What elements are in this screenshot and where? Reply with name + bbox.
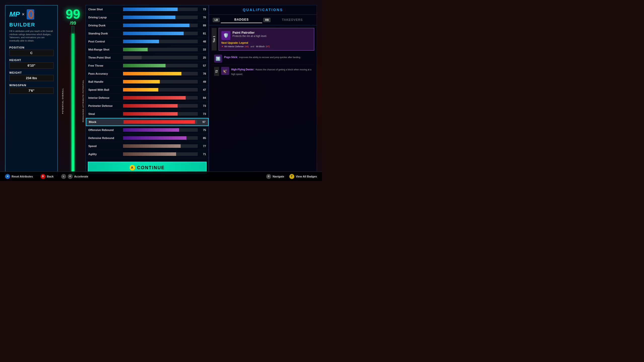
attr-row[interactable]: Post Control48: [86, 37, 209, 46]
attr-row[interactable]: Speed With Ball47: [86, 86, 209, 94]
vertical-bar-track: [71, 26, 74, 176]
attr-bar-track: [123, 144, 198, 148]
right-panel: QUALIFICATIONS LB BADGES RB TAKEOVERS Ti…: [209, 5, 317, 176]
weight-block: WEIGHT 234 lbs: [9, 71, 54, 81]
tab-takeovers[interactable]: TAKEOVERS: [272, 17, 313, 23]
navigate-button: ®: [266, 174, 271, 179]
attr-row[interactable]: Driving Dunk89: [86, 21, 209, 29]
attr-bar-track: [123, 72, 198, 75]
attr-row[interactable]: Ball Handle49: [86, 78, 209, 86]
potential-overall-label: POTENTIAL OVERALL: [62, 88, 64, 114]
attr-row[interactable]: Standing Dunk81: [86, 29, 209, 37]
tier1-label: Tier 1: [212, 28, 217, 51]
x-button: ✕: [5, 174, 10, 179]
attr-bar-track: [123, 88, 198, 92]
attr-bar-fill: [123, 144, 181, 148]
attr-bar-track: [123, 16, 198, 19]
overall-number: 99: [66, 8, 80, 21]
attr-row[interactable]: Driving Layup70: [86, 13, 209, 21]
attr-bar-track: [123, 152, 198, 156]
attr-row[interactable]: Offensive Rebound75: [86, 126, 209, 134]
attr-value: 84: [200, 96, 206, 99]
builder-title: BUILDER: [9, 22, 54, 28]
attr-bar-track: [123, 96, 198, 100]
r-button: R: [68, 174, 73, 179]
position-value: C: [9, 50, 54, 56]
attr-bar-fill: [123, 40, 159, 43]
attr-value: 57: [200, 64, 206, 67]
attr-row[interactable]: Defensive Rebound85: [86, 134, 209, 142]
attr-bar-fill: [123, 112, 178, 116]
attr-name: Driving Dunk: [88, 24, 121, 27]
y-button: Y: [289, 174, 294, 179]
attr-row[interactable]: Perimeter Defense73: [86, 102, 209, 110]
req-block-text: 99 Block: [256, 45, 265, 48]
attr-name: Ball Handle: [88, 80, 121, 83]
pogo-stick-name: Pogo Stick:: [224, 56, 238, 59]
attr-value: 48: [200, 40, 206, 43]
pogo-stick-badge: ⬆️ Pogo Stick: Improves the ability to r…: [212, 53, 314, 65]
attr-value: 73: [200, 112, 206, 115]
qualifications-header: QUALIFICATIONS: [209, 5, 317, 15]
qualifications-tabs: LB BADGES RB TAKEOVERS: [209, 15, 317, 25]
lb-button[interactable]: LB: [213, 18, 220, 22]
attr-bar-track: [123, 32, 198, 35]
attr-row[interactable]: Mid-Range Shot33: [86, 46, 209, 54]
attr-bar-track: [123, 128, 198, 132]
remaining-attrs-label: REMAINING ATTRIBUTE POTENTIAL: [82, 80, 84, 122]
upgrade-reqs: ✕ 89 Interior Defense (44) and 99 Block …: [221, 45, 311, 48]
wingspan-block: WINGSPAN 7'6": [9, 84, 54, 94]
bottom-right-actions: ® Navigate Y View All Badges: [266, 174, 317, 179]
attr-bar-track: [123, 8, 198, 11]
tier1-section: Tier 1 🛡️ Paint Patroller Protects the r…: [209, 25, 317, 80]
tier2-label: T2: [214, 67, 219, 76]
attr-name: Standing Dunk: [88, 32, 121, 35]
attr-name: Perimeter Defense: [88, 104, 121, 107]
attr-bar-track: [123, 104, 198, 108]
weight-value: 234 lbs: [9, 75, 54, 81]
attr-row[interactable]: Close Shot73: [86, 5, 209, 13]
attr-row[interactable]: Speed77: [86, 142, 209, 150]
attr-row[interactable]: Free Throw57: [86, 62, 209, 70]
attr-row[interactable]: Interior Defense84: [86, 94, 209, 102]
vertical-bar-fill: [72, 34, 74, 176]
height-label: HEIGHT: [9, 59, 54, 62]
mp-logo: MP: [9, 10, 20, 18]
attr-bar-fill: [124, 120, 195, 124]
height-value: 6'10": [9, 62, 54, 69]
attr-row[interactable]: Pass Accuracy78: [86, 70, 209, 78]
rb-button[interactable]: RB: [263, 18, 270, 22]
vertical-labels: POTENTIAL OVERALL REMAINING ATTRIBUTE PO…: [60, 26, 86, 176]
tab-badges[interactable]: BADGES: [221, 17, 262, 23]
badge-name: Paint Patroller: [232, 31, 267, 34]
attr-bar-fill: [123, 72, 181, 75]
accelerate-action: L R Accelerate: [61, 174, 88, 179]
attr-name: Driving Layup: [88, 16, 121, 19]
attr-value: 73: [200, 104, 206, 107]
attr-name: Offensive Rebound: [88, 128, 121, 131]
attr-bar-track: [123, 112, 198, 116]
a-button-icon: A: [130, 165, 135, 170]
reset-action: ✕ Reset Attributes: [5, 174, 33, 179]
attr-value: 75: [200, 128, 206, 131]
attr-row[interactable]: Agility71: [86, 150, 209, 158]
attr-value: 85: [200, 137, 206, 140]
logo-area: MP ×: [9, 9, 54, 19]
attr-row[interactable]: Steal73: [86, 110, 209, 118]
attr-name: Speed With Ball: [88, 88, 121, 91]
attr-bar-fill: [123, 96, 186, 100]
view-badges-label: View All Badges: [296, 175, 317, 178]
attr-name: Agility: [88, 153, 121, 156]
attr-bar-fill: [123, 64, 166, 67]
attr-value: 73: [200, 8, 206, 11]
attr-row[interactable]: Three-Point Shot25: [86, 54, 209, 62]
back-label: Back: [47, 175, 54, 178]
attr-value: 89: [200, 24, 206, 27]
attr-bar-track: [123, 48, 198, 51]
attr-row[interactable]: Block97BlockDetermines the chance to suc…: [86, 118, 209, 126]
tier1-container: Tier 1 🛡️ Paint Patroller Protects the r…: [212, 28, 314, 51]
accelerate-label: Accelerate: [74, 175, 88, 178]
attr-value: 77: [200, 145, 206, 148]
navigate-label: Navigate: [273, 175, 284, 178]
attr-name: Free Throw: [88, 64, 121, 67]
